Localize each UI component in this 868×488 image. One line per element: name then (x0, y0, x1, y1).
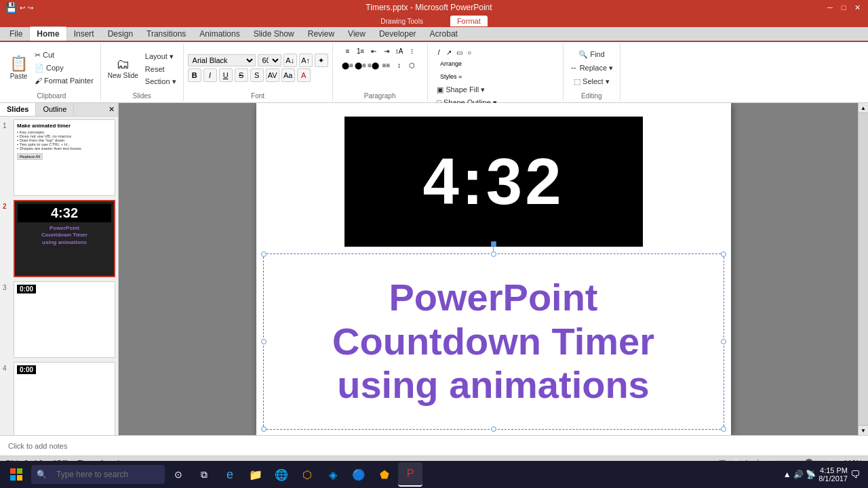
taskbar-unknown3[interactable]: 🔵 (347, 462, 371, 487)
shadow-button[interactable]: S (250, 68, 264, 82)
search-box[interactable]: 🔍 (31, 465, 165, 484)
change-case-button[interactable]: Aa (281, 68, 295, 82)
strikethrough-button[interactable]: S (235, 68, 248, 82)
start-button[interactable] (3, 462, 30, 487)
search-input[interactable] (51, 465, 159, 484)
tab-home[interactable]: Home (29, 26, 66, 41)
handle-bottom-right[interactable] (721, 426, 726, 432)
taskbar-powerpoint[interactable]: P (398, 462, 422, 487)
justify-button[interactable]: ≡≡ (380, 59, 393, 71)
format-tab[interactable]: Format (450, 16, 488, 26)
reset-button[interactable]: Reset (142, 64, 179, 75)
window-controls: ─ □ ✕ (825, 2, 863, 13)
maximize-button[interactable]: □ (838, 2, 849, 13)
taskbar-unknown4[interactable]: ⬟ (372, 462, 397, 487)
taskbar-cortana[interactable]: ⊙ (166, 462, 191, 487)
tab-animations[interactable]: Animations (193, 27, 246, 41)
taskbar-taskview[interactable]: ⧉ (192, 462, 216, 487)
bullets-button[interactable]: ≡ (342, 45, 354, 57)
handle-bottom-middle[interactable] (491, 426, 496, 432)
paragraph-label: Paragraph (364, 91, 396, 100)
paste-button[interactable]: 📋 Paste (7, 45, 31, 91)
underline-button[interactable]: U (219, 68, 233, 82)
copy-button[interactable]: 📄 Copy (32, 62, 96, 74)
numbering-button[interactable]: 1≡ (355, 45, 367, 57)
shape-line[interactable]: / (434, 47, 443, 57)
slide-number-2: 2 (3, 200, 14, 210)
tab-transitions[interactable]: Transitions (140, 27, 193, 41)
tab-insert[interactable]: Insert (67, 27, 101, 41)
shape-arrow[interactable]: ↗ (444, 47, 454, 57)
decrease-font-button[interactable]: A↓ (283, 54, 297, 67)
scroll-down-arrow[interactable]: ▼ (859, 425, 868, 435)
tab-acrobat[interactable]: Acrobat (423, 27, 465, 41)
handle-top-left[interactable] (261, 251, 267, 257)
slide-thumb-1[interactable]: Make animated timer • Key concepts: • Do… (14, 119, 115, 196)
align-center-button[interactable]: ⬤≡ (355, 59, 367, 71)
clear-format-button[interactable]: ✦ (315, 54, 328, 67)
arrange-button[interactable]: Arrange (434, 58, 468, 70)
slides-tab[interactable]: Slides (0, 103, 36, 116)
taskbar-unknown1[interactable]: ⬡ (295, 462, 319, 487)
shape-rect[interactable]: ▭ (454, 47, 464, 57)
new-slide-icon: 🗂 (116, 56, 130, 72)
font-size-select[interactable]: 60 (258, 54, 281, 66)
char-spacing-button[interactable]: AV (266, 68, 279, 82)
italic-button[interactable]: I (203, 68, 217, 82)
handle-middle-left[interactable] (261, 339, 267, 344)
rotate-handle[interactable] (491, 241, 496, 247)
close-button[interactable]: ✕ (852, 2, 863, 13)
handle-top-right[interactable] (721, 251, 726, 257)
slide-thumb-4[interactable]: 0:00 ............ (14, 362, 115, 436)
new-slide-label: New Slide (108, 72, 138, 79)
format-painter-button[interactable]: 🖌 Format Painter (32, 75, 96, 86)
vertical-scrollbar[interactable]: ▲ ▼ (858, 103, 868, 435)
tab-slideshow[interactable]: Slide Show (247, 27, 301, 41)
tab-design[interactable]: Design (101, 27, 140, 41)
increase-indent-button[interactable]: ⇥ (380, 45, 393, 57)
find-button[interactable]: 🔍 Find (576, 49, 607, 60)
handle-middle-right[interactable] (721, 339, 726, 344)
align-left-button[interactable]: ⬤≡ (342, 59, 354, 71)
handle-bottom-left[interactable] (261, 426, 267, 432)
panel-close-button[interactable]: ✕ (105, 103, 118, 116)
decrease-indent-button[interactable]: ⇤ (368, 45, 380, 57)
minimize-button[interactable]: ─ (825, 2, 835, 13)
shape-fill-button[interactable]: ▣ Shape Fill ▾ (434, 84, 500, 96)
select-button[interactable]: ⬚ Select ▾ (571, 76, 612, 87)
shape-oval[interactable]: ○ (465, 47, 474, 57)
notes-area[interactable]: Click to add notes (0, 435, 868, 455)
new-slide-button[interactable]: 🗂 New Slide (105, 49, 141, 87)
columns-button[interactable]: ⫶ (406, 45, 418, 57)
font-section: Arial Black 60 A↓ A↑ ✦ B I U S S AV A (188, 54, 328, 82)
tab-view[interactable]: View (341, 27, 372, 41)
scroll-up-arrow[interactable]: ▲ (859, 103, 868, 113)
layout-button[interactable]: Layout ▾ (142, 51, 179, 62)
handle-top-middle[interactable] (491, 251, 496, 257)
slide-thumb-3[interactable]: 0:00 (14, 281, 115, 358)
replace-button[interactable]: ↔ Replace ▾ (568, 62, 616, 74)
slide-thumb-2[interactable]: 4:32 PowerPointCountdown Timerusing anim… (14, 200, 115, 277)
taskbar-explorer[interactable]: 📁 (243, 462, 268, 487)
tab-file[interactable]: File (3, 27, 29, 41)
tab-developer[interactable]: Developer (372, 27, 423, 41)
increase-font-button[interactable]: A↑ (299, 54, 313, 67)
quick-styles-button[interactable]: Styles = (434, 70, 468, 83)
convert-smartart-button[interactable]: ⬡ (406, 59, 418, 71)
outline-tab[interactable]: Outline (36, 103, 74, 116)
section-button[interactable]: Section ▾ (142, 76, 179, 87)
align-right-button[interactable]: ≡⬤ (368, 59, 380, 71)
font-color-button[interactable]: A (297, 68, 311, 82)
taskbar-edge[interactable]: e (218, 462, 242, 487)
notification-icon[interactable]: 🗨 (850, 469, 860, 480)
cut-button[interactable]: ✂ Cut (32, 49, 96, 61)
tab-review[interactable]: Review (301, 27, 341, 41)
bold-button[interactable]: B (188, 68, 201, 82)
slide-panel: Slides Outline ✕ 1 Make animated timer •… (0, 103, 119, 435)
taskbar-chrome[interactable]: 🌐 (269, 462, 294, 487)
font-name-select[interactable]: Arial Black (188, 54, 256, 66)
line-spacing-button[interactable]: ↕ (393, 59, 406, 71)
text-box[interactable]: PowerPoint Countdown Timer using animati… (263, 253, 724, 430)
text-direction-button[interactable]: ↕A (393, 45, 406, 57)
taskbar-unknown2[interactable]: ◈ (321, 462, 345, 487)
